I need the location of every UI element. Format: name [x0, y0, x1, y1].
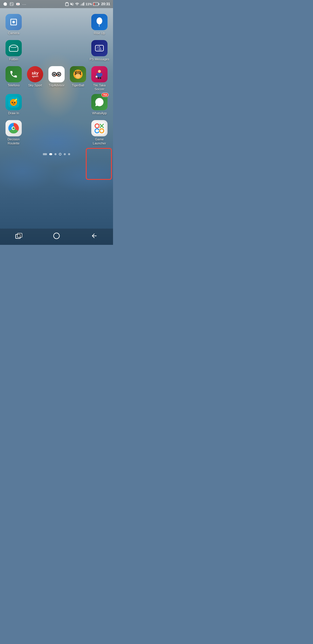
app-ps-messages[interactable]: □△ ○✕ PS Messages [89, 40, 110, 61]
svg-text:○✕: ○✕ [97, 45, 101, 48]
status-right: 11% 20:31 [65, 2, 110, 6]
whatsapp-status-icon [3, 2, 8, 6]
futbin-icon [6, 40, 22, 56]
time: 20:31 [101, 2, 110, 6]
ps-messages-icon: □△ ○✕ [91, 40, 108, 56]
app-row-3: Telefono sky sport Sky Sport [3, 66, 110, 91]
svg-point-31 [76, 74, 80, 78]
wifi-icon [75, 2, 79, 6]
youtube-status-icon [16, 2, 20, 6]
svg-point-45 [12, 102, 13, 102]
home-button[interactable] [49, 230, 64, 242]
app-tiki-taka[interactable]: Tiki Taka Soccer [89, 66, 110, 91]
app-futbin[interactable]: Futbin [3, 40, 24, 61]
app-tigerball[interactable]: TigerBall [68, 66, 88, 87]
signal-icon [80, 2, 84, 6]
tiki-taka-icon [91, 66, 108, 82]
app-sky-sport[interactable]: sky sport Sky Sport [25, 66, 46, 87]
sky-sport-icon: sky sport [27, 66, 43, 82]
riseup-icon [91, 14, 108, 30]
svg-rect-36 [98, 77, 99, 79]
page-dot-2[interactable] [54, 153, 57, 155]
app-grid: Camera Rise Up Futbin [0, 8, 113, 148]
draw-in-label: Draw In [8, 111, 19, 115]
recent-apps-button[interactable] [12, 230, 26, 242]
svg-point-32 [98, 70, 101, 73]
nav-bar [0, 229, 113, 245]
svg-rect-13 [99, 3, 99, 5]
sky-sport-label: Sky Sport [28, 84, 42, 87]
tripadvisor-icon [48, 66, 65, 82]
status-left-icons: ··· [3, 2, 27, 6]
riseup-label: Rise Up [94, 31, 105, 35]
page-dot-3[interactable] [59, 153, 61, 155]
game-launcher-icon [91, 120, 108, 136]
page-indicators [0, 153, 113, 155]
app-telefono[interactable]: Telefono [3, 66, 24, 87]
svg-rect-12 [94, 3, 94, 5]
tripadvisor-label: TripAdvisor [48, 84, 64, 87]
tigerball-label: TigerBall [72, 84, 84, 87]
decision-roulette-icon [6, 120, 22, 136]
svg-point-38 [95, 75, 98, 78]
tiki-taka-label: Tiki Taka Soccer [89, 84, 110, 91]
app-row-5: Decision Roulette [3, 120, 110, 145]
app-riseup[interactable]: Rise Up [89, 14, 110, 35]
whatsapp-app-icon: 764 [91, 94, 108, 110]
app-tripadvisor[interactable]: TripAdvisor [46, 66, 67, 87]
svg-point-43 [12, 102, 13, 103]
decision-roulette-label: Decision Roulette [3, 138, 24, 145]
status-bar: ··· 11% [0, 0, 113, 8]
svg-point-15 [97, 17, 102, 24]
svg-rect-57 [17, 233, 22, 237]
camera-label: Camera [8, 31, 19, 35]
svg-point-26 [54, 74, 55, 74]
telefono-label: Telefono [8, 84, 20, 87]
telefono-icon [6, 66, 22, 82]
app-draw-in[interactable]: Draw In [3, 94, 24, 115]
game-launcher-label: Game Launcher [89, 138, 110, 145]
whatsapp-label: WhatsApp [92, 111, 107, 115]
page-dot-0[interactable] [43, 153, 47, 155]
back-button[interactable] [87, 230, 101, 242]
svg-point-58 [54, 233, 59, 239]
app-decision-roulette[interactable]: Decision Roulette [3, 120, 24, 145]
draw-in-icon [6, 94, 22, 110]
app-row-2: Futbin □△ ○✕ PS Messages [3, 40, 110, 63]
svg-rect-8 [81, 4, 82, 6]
svg-point-25 [58, 73, 60, 75]
page-dot-5[interactable] [68, 153, 70, 155]
mute-icon [70, 2, 74, 6]
svg-rect-10 [83, 2, 84, 6]
svg-point-27 [59, 74, 59, 74]
gallery-status-icon [9, 2, 14, 6]
svg-point-50 [12, 127, 15, 129]
app-row-4: Draw In 764 WhatsApp [3, 94, 110, 117]
sd-icon [65, 2, 69, 6]
app-whatsapp[interactable]: 764 WhatsApp [89, 94, 110, 115]
app-camera[interactable]: Camera [3, 14, 24, 35]
app-row-1: Camera Rise Up [3, 14, 110, 37]
svg-rect-7 [81, 4, 81, 6]
svg-rect-51 [93, 122, 106, 135]
page-dot-1[interactable] [49, 153, 52, 155]
page-dot-4[interactable] [64, 153, 66, 155]
svg-point-14 [12, 21, 15, 23]
svg-rect-9 [83, 3, 83, 6]
svg-rect-6 [67, 2, 68, 3]
svg-point-24 [53, 73, 55, 75]
whatsapp-badge: 764 [101, 93, 109, 97]
svg-rect-5 [66, 2, 67, 3]
svg-rect-37 [100, 77, 101, 79]
svg-rect-4 [65, 3, 68, 6]
more-status-icon: ··· [22, 2, 27, 6]
svg-point-44 [14, 102, 16, 103]
svg-rect-35 [101, 73, 102, 76]
ps-messages-label: PS Messages [90, 57, 109, 61]
app-game-launcher[interactable]: Game Launcher [89, 120, 110, 145]
futbin-label: Futbin [9, 57, 18, 61]
battery-percentage: 11% [85, 2, 92, 6]
battery-icon [93, 2, 99, 6]
svg-point-46 [15, 102, 15, 102]
tigerball-icon [70, 66, 86, 82]
